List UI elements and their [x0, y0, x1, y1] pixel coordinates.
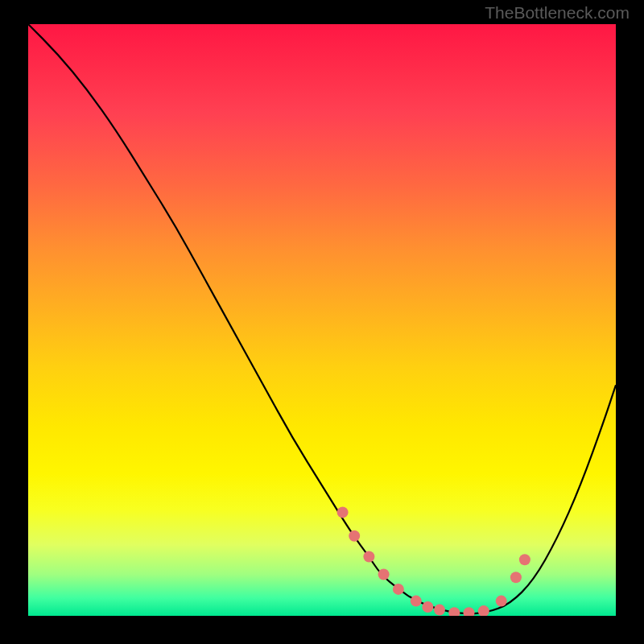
data-dot: [363, 551, 374, 563]
data-dot: [496, 596, 507, 607]
data-dot: [464, 607, 475, 616]
data-dot: [422, 601, 433, 613]
data-dot: [478, 605, 489, 616]
data-dot: [434, 605, 445, 616]
watermark-text: TheBottleneck.com: [485, 3, 630, 23]
bottleneck-curve: [28, 24, 616, 613]
data-dot: [337, 506, 349, 518]
data-dot: [393, 584, 404, 595]
data-dot: [349, 530, 360, 542]
chart-svg: [28, 24, 616, 616]
data-dot: [411, 596, 422, 607]
data-dot: [378, 569, 390, 580]
data-dot: [448, 607, 460, 616]
data-dot: [510, 572, 522, 583]
data-dot: [519, 554, 530, 565]
chart-plot-area: [28, 24, 616, 616]
data-dots: [337, 506, 530, 616]
